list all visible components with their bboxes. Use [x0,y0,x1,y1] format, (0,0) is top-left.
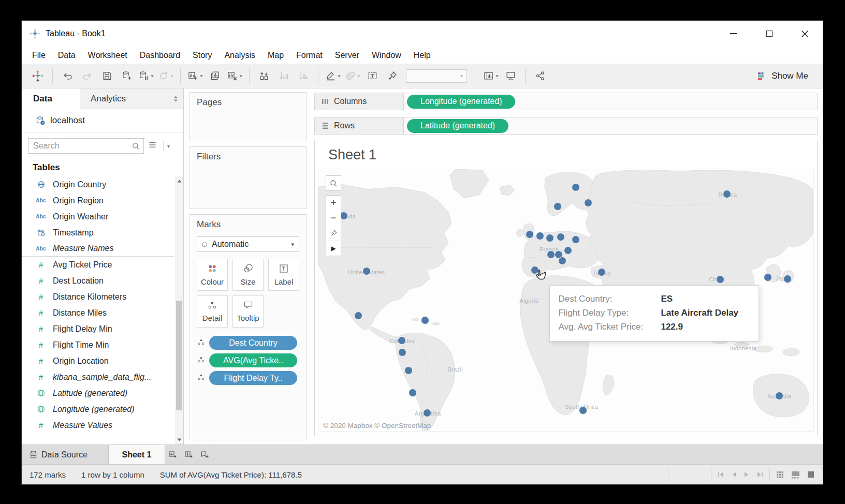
map-mark[interactable] [584,199,592,207]
filters-shelf[interactable]: Filters [190,146,307,209]
tab-analytics[interactable]: Analytics [80,88,183,109]
field-item[interactable]: #Dest Location [22,273,183,289]
new-story-button[interactable] [197,445,213,464]
dropdown-caret-icon[interactable]: ▾ [357,73,360,79]
marks-pill[interactable]: AVG(Avg Ticke.. [209,353,297,367]
map-mark[interactable] [775,392,783,400]
undo-button[interactable] [59,67,76,85]
menu-item-format[interactable]: Format [290,47,329,64]
dropdown-caret-icon[interactable]: ▾ [239,73,242,79]
field-item[interactable]: #Distance Miles [22,305,183,321]
marks-pill[interactable]: Dest Country [209,336,297,350]
map-mark[interactable] [716,275,724,284]
menu-item-server[interactable]: Server [329,47,366,64]
menu-item-data[interactable]: Data [52,47,82,64]
field-item[interactable]: #Avg Ticket Price [22,257,183,273]
redo-button[interactable] [79,67,95,85]
map-mark[interactable] [398,336,406,345]
dropdown-caret-icon[interactable]: ▾ [200,73,202,79]
map-search-button[interactable] [326,175,341,191]
tooltip-button[interactable]: Tooltip [232,295,264,328]
first-sheet-icon[interactable] [718,471,724,478]
map-mark[interactable] [598,268,606,276]
field-item[interactable]: #Origin Location [22,353,183,369]
sort-descending-button[interactable] [295,67,312,85]
scrollbar-thumb[interactable] [176,301,182,410]
field-item[interactable]: Longitude (generated) [22,401,183,417]
pin-map-button[interactable] [326,226,341,241]
pages-shelf[interactable]: Pages [190,92,307,141]
label-button[interactable]: Label [268,259,299,291]
map-view[interactable]: CanadaUnited StatesColombiaBrazilArgenti… [318,169,814,432]
previous-sheet-icon[interactable] [732,471,737,478]
field-item[interactable]: AbcOrigin Weather [22,209,183,225]
show-tabs-view-icon[interactable] [776,471,784,479]
map-mark[interactable] [564,246,572,255]
highlight-button[interactable]: ▾ [325,67,341,85]
marks-pill[interactable]: Flight Delay Ty.. [209,371,297,385]
dropdown-caret-icon[interactable]: ▾ [496,73,498,79]
map-mark[interactable] [579,406,587,414]
field-list-options-caret[interactable]: ▾ [167,143,170,149]
duplicate-sheet-button[interactable] [207,67,223,85]
pause-auto-updates-button[interactable]: ▾ [138,67,154,85]
last-sheet-icon[interactable] [756,471,763,478]
dropdown-caret-icon[interactable]: ▾ [151,73,153,79]
sort-ascending-button[interactable] [275,67,292,85]
tab-data[interactable]: Data [22,88,80,109]
field-item[interactable]: #Flight Time Min [22,337,183,353]
pane-sort-icon[interactable] [173,96,178,102]
menu-item-worksheet[interactable]: Worksheet [82,47,134,64]
close-button[interactable] [787,21,823,47]
presentation-mode-button[interactable] [502,67,519,85]
field-item[interactable]: AbcOrigin Region [22,192,183,209]
new-dashboard-button[interactable] [181,445,197,464]
new-worksheet-button[interactable]: ▾ [187,67,203,85]
share-button[interactable] [532,67,548,85]
field-item[interactable]: Timestamp [22,225,183,241]
field-item[interactable]: #kibana_sample_data_flig... [22,369,183,385]
zoom-out-button[interactable]: − [326,211,341,226]
rows-pill[interactable]: Latitude (generated) [407,119,508,133]
next-sheet-icon[interactable] [744,471,749,478]
tableau-logo-button[interactable] [30,67,46,85]
field-item[interactable]: AbcMeasure Names [22,241,174,257]
field-item[interactable]: Origin Country [22,176,183,192]
fields-scrollbar[interactable] [175,176,183,444]
search-box[interactable] [28,138,144,154]
detail-button[interactable]: Detail [197,295,228,328]
map-mark[interactable] [557,233,565,241]
map-mark[interactable] [409,389,417,397]
map-mark[interactable] [404,366,413,375]
map-mark[interactable] [572,235,580,244]
swap-rows-columns-button[interactable] [256,67,272,85]
group-members-button[interactable]: ▾ [344,67,361,85]
clear-sheet-button[interactable]: ▾ [226,67,243,85]
field-item[interactable]: #Flight Delay Min [22,321,183,337]
scroll-down-icon[interactable] [175,435,183,444]
show-mark-labels-button[interactable] [364,67,381,85]
maximize-button[interactable] [751,21,787,47]
map-mark[interactable] [547,250,555,259]
menu-item-analysis[interactable]: Analysis [218,47,261,64]
menu-item-help[interactable]: Help [407,47,437,64]
menu-item-dashboard[interactable]: Dashboard [134,47,186,64]
scrollbar-track[interactable] [175,186,183,435]
expand-map-controls-button[interactable]: ▶ [326,241,341,256]
dropdown-caret-icon[interactable]: ▾ [291,241,294,248]
menu-item-window[interactable]: Window [366,47,407,64]
show-me-button[interactable]: Show Me [757,71,817,81]
field-item[interactable]: #Measure Values [22,417,183,433]
field-item[interactable]: Latitude (generated) [22,385,183,401]
columns-pill[interactable]: Longitude (generated) [407,95,515,109]
size-button[interactable]: Size [232,259,264,291]
show-hide-cards-button[interactable]: ▾ [483,67,499,85]
search-input[interactable] [33,141,132,151]
new-data-source-button[interactable] [118,67,135,85]
fit-selector[interactable]: ▾ [406,69,467,83]
map-mark[interactable] [546,234,554,242]
tab-data-source[interactable]: Data Source [22,445,108,464]
map-mark[interactable] [423,409,431,417]
map-mark[interactable] [553,202,562,211]
map-mark[interactable] [398,348,406,357]
